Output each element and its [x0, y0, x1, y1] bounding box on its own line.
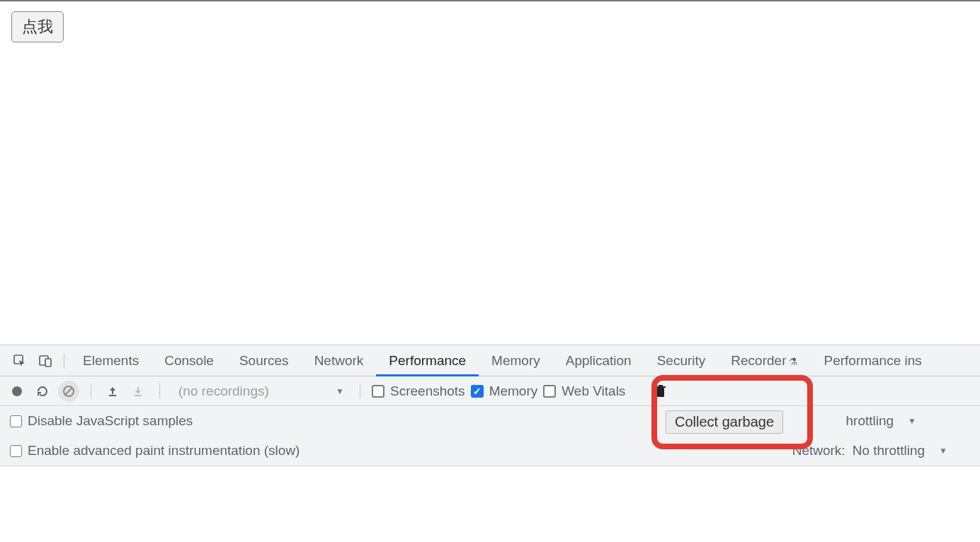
- tab-sources[interactable]: Sources: [227, 345, 302, 376]
- tab-elements[interactable]: Elements: [70, 345, 152, 376]
- recordings-select[interactable]: (no recordings) ▼: [171, 381, 348, 401]
- chevron-down-icon: ▼: [908, 416, 916, 426]
- reload-record-button[interactable]: [33, 381, 52, 401]
- option-row-paint: Enable advanced paint instrumentation (s…: [0, 436, 980, 466]
- memory-label: Memory: [489, 384, 538, 399]
- performance-options: Disable JavaScript samples hrottling ▼ E…: [0, 406, 980, 466]
- network-value: No throttling: [853, 443, 925, 459]
- web-vitals-checkbox[interactable]: Web Vitals: [543, 384, 625, 399]
- page-content: 点我: [0, 0, 980, 345]
- checkbox-icon: [372, 385, 384, 398]
- enable-paint-label: Enable advanced paint instrumentation (s…: [28, 443, 300, 459]
- svg-rect-9: [656, 386, 666, 388]
- collect-garbage-tooltip: Collect garbage: [666, 410, 783, 434]
- tab-security[interactable]: Security: [644, 345, 719, 376]
- svg-rect-8: [657, 388, 664, 397]
- clear-button[interactable]: [58, 381, 79, 402]
- tab-performance[interactable]: Performance: [376, 345, 479, 376]
- network-throttling-select[interactable]: Network: No throttling ▼: [792, 443, 947, 459]
- disable-js-samples-checkbox[interactable]: Disable JavaScript samples: [10, 413, 193, 429]
- screenshots-checkbox[interactable]: Screenshots: [372, 384, 465, 399]
- svg-rect-10: [659, 385, 663, 386]
- tab-recorder-label: Recorder: [731, 353, 786, 368]
- tab-console[interactable]: Console: [152, 345, 227, 376]
- tab-network[interactable]: Network: [302, 345, 377, 376]
- checkbox-icon: [543, 385, 556, 398]
- inspect-element-icon[interactable]: [11, 352, 28, 369]
- recordings-placeholder: (no recordings): [178, 384, 269, 399]
- chevron-down-icon: ▼: [939, 446, 947, 456]
- devtools-tabs: Elements Console Sources Network Perform…: [0, 345, 980, 376]
- click-me-button[interactable]: 点我: [11, 11, 64, 42]
- web-vitals-label: Web Vitals: [562, 384, 625, 399]
- tab-recorder[interactable]: Recorder⚗: [718, 345, 811, 376]
- performance-toolbar: (no recordings) ▼ Screenshots Memory Web…: [0, 376, 980, 406]
- svg-point-3: [12, 386, 22, 396]
- checkbox-icon: [10, 415, 22, 427]
- upload-button[interactable]: [103, 381, 122, 401]
- disable-js-samples-label: Disable JavaScript samples: [28, 413, 193, 429]
- device-toolbar-icon[interactable]: [37, 352, 54, 369]
- tab-performance-insights[interactable]: Performance ins: [811, 345, 934, 376]
- separator: [91, 384, 91, 399]
- record-button[interactable]: [7, 381, 27, 401]
- tab-memory[interactable]: Memory: [479, 345, 553, 376]
- cpu-throttling-select[interactable]: hrottling ▼: [846, 413, 917, 429]
- flask-icon: ⚗: [789, 356, 798, 367]
- option-row-js-samples: Disable JavaScript samples hrottling ▼: [0, 406, 980, 436]
- svg-rect-7: [135, 395, 142, 396]
- download-button: [128, 381, 148, 401]
- separator: [159, 384, 160, 399]
- checkbox-icon: [471, 385, 484, 398]
- collect-garbage-button[interactable]: [651, 381, 671, 401]
- separator: [360, 384, 360, 399]
- checkbox-icon: [10, 445, 22, 457]
- svg-rect-6: [109, 395, 116, 396]
- screenshots-label: Screenshots: [390, 384, 465, 399]
- memory-checkbox[interactable]: Memory: [471, 384, 538, 399]
- cpu-throttling-value: hrottling: [846, 413, 894, 429]
- devtools-panel: Elements Console Sources Network Perform…: [0, 345, 980, 466]
- separator: [64, 353, 64, 369]
- svg-line-5: [65, 388, 72, 395]
- tab-application[interactable]: Application: [553, 345, 644, 376]
- svg-rect-2: [45, 359, 51, 367]
- network-label: Network:: [792, 443, 845, 459]
- chevron-down-icon: ▼: [336, 386, 344, 396]
- enable-paint-checkbox[interactable]: Enable advanced paint instrumentation (s…: [10, 443, 300, 459]
